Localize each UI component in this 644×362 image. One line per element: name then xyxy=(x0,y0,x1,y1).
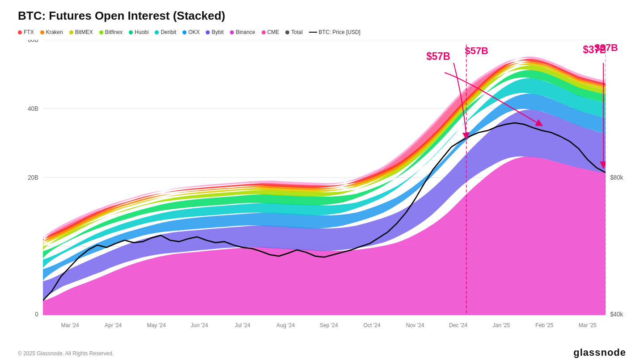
svg-text:Oct '24: Oct '24 xyxy=(364,322,381,328)
copyright-text: © 2025 Glassnode. All Rights Reserved. xyxy=(18,350,114,357)
legend-label: Binance xyxy=(236,29,255,35)
svg-text:Nov '24: Nov '24 xyxy=(406,322,424,328)
legend-item: BTC: Price [USD] xyxy=(309,29,360,35)
legend-item: Kraken xyxy=(40,29,63,35)
svg-text:Aug '24: Aug '24 xyxy=(276,322,295,328)
legend-label: BTC: Price [USD] xyxy=(319,29,360,35)
legend-item: Bitfinex xyxy=(99,29,123,35)
legend-label: OKX xyxy=(188,29,199,35)
legend-item: OKX xyxy=(182,29,199,35)
svg-text:60B: 60B xyxy=(28,40,38,43)
chart-area: $57B $37B 60B 40B 20B 0 $80k $40k xyxy=(18,40,626,339)
legend-label: Kraken xyxy=(46,29,63,35)
legend: FTXKrakenBitMEXBitfinexHuobiDeribitOKXBy… xyxy=(18,29,626,35)
brand-logo: glassnode xyxy=(573,347,626,358)
legend-label: BitMEX xyxy=(75,29,93,35)
svg-text:$80k: $80k xyxy=(610,174,623,181)
svg-text:20B: 20B xyxy=(28,174,38,181)
annotation-37b: $37B xyxy=(594,42,618,54)
legend-item: Bybit xyxy=(206,29,224,35)
svg-text:Mar '25: Mar '25 xyxy=(579,322,597,328)
svg-text:Dec '24: Dec '24 xyxy=(449,322,467,328)
legend-label: Deribit xyxy=(161,29,176,35)
svg-text:Feb '25: Feb '25 xyxy=(535,322,553,328)
svg-text:Jun '24: Jun '24 xyxy=(191,322,208,328)
chart-svg: 60B 40B 20B 0 $80k $40k Mar '24 Apr '24 … xyxy=(18,40,626,339)
svg-text:Sep '24: Sep '24 xyxy=(320,322,338,328)
svg-text:$57B: $57B xyxy=(426,51,450,63)
chart-title: BTC: Futures Open Interest (Stacked) xyxy=(18,9,626,23)
legend-label: Huobi xyxy=(135,29,148,35)
legend-item: Huobi xyxy=(129,29,148,35)
svg-text:Mar '24: Mar '24 xyxy=(61,322,79,328)
legend-label: Bitfinex xyxy=(105,29,123,35)
legend-label: Bybit xyxy=(212,29,224,35)
legend-item: FTX xyxy=(18,29,34,35)
svg-text:May '24: May '24 xyxy=(147,322,165,328)
annotation-57b: $57B xyxy=(465,45,488,57)
legend-item: Binance xyxy=(230,29,255,35)
legend-label: CME xyxy=(267,29,280,35)
svg-text:0: 0 xyxy=(35,311,38,318)
svg-text:$40k: $40k xyxy=(610,311,623,318)
legend-item: Deribit xyxy=(155,29,176,35)
chart-container: BTC: Futures Open Interest (Stacked) FTX… xyxy=(18,9,626,344)
svg-text:Jul '24: Jul '24 xyxy=(235,322,250,328)
legend-label: FTX xyxy=(24,29,34,35)
legend-item: CME xyxy=(262,29,280,35)
legend-item: BitMEX xyxy=(69,29,93,35)
legend-label: Total xyxy=(291,29,302,35)
svg-text:40B: 40B xyxy=(28,105,38,112)
svg-text:Jan '25: Jan '25 xyxy=(492,322,510,328)
legend-item: Total xyxy=(285,29,302,35)
svg-text:Apr '24: Apr '24 xyxy=(105,322,122,328)
